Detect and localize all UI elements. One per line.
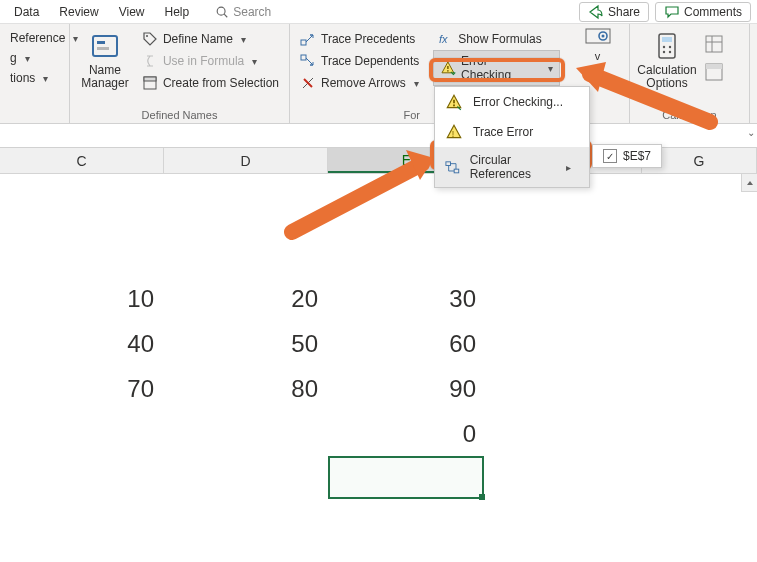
error-checking-item-icon [445, 93, 463, 111]
defined-names-group-label: Defined Names [76, 107, 283, 121]
error-checking-icon [440, 60, 456, 76]
svg-text:!: ! [452, 129, 455, 139]
trace-error-icon: ! [445, 123, 463, 141]
remove-arrows-button[interactable]: Remove Arrows▾ [296, 72, 423, 94]
svg-rect-30 [446, 162, 451, 166]
search-placeholder: Search [233, 5, 271, 19]
calc-now-icon[interactable] [704, 34, 724, 54]
svg-point-19 [669, 46, 671, 48]
ribbon: Reference▾ g▾ tions▾ Name Manager Define… [0, 24, 757, 124]
trace-dependents-button[interactable]: Trace Dependents [296, 50, 423, 72]
show-formulas-icon: fx [437, 31, 453, 47]
svg-point-21 [669, 51, 671, 53]
g-button[interactable]: g▾ [6, 48, 63, 68]
svg-rect-22 [706, 36, 722, 52]
menu-tab-bar: Data Review View Help Search Share Comme… [0, 0, 757, 24]
column-header-d[interactable]: D [164, 148, 328, 173]
cell-value[interactable]: 10 [0, 276, 164, 321]
error-checking-dropdown: Error Checking... ! Trace Error Circular… [434, 86, 590, 188]
svg-point-12 [447, 70, 449, 72]
trace-dependents-icon [300, 53, 316, 69]
cell-value[interactable]: 70 [0, 366, 164, 411]
svg-rect-4 [97, 47, 109, 50]
tab-view[interactable]: View [109, 2, 155, 22]
svg-rect-9 [301, 55, 306, 60]
calc-sheet-icon[interactable] [704, 62, 724, 82]
submenu-cell-ref[interactable]: $E$7 [623, 149, 651, 163]
search-icon [215, 5, 229, 19]
submenu-checkbox[interactable]: ✓ [603, 149, 617, 163]
chevron-right-icon: ▸ [566, 162, 571, 173]
cell-value[interactable]: 50 [164, 321, 328, 366]
cell-value[interactable]: 60 [328, 321, 486, 366]
create-from-selection-icon [142, 75, 158, 91]
svg-line-1 [224, 14, 227, 17]
svg-rect-31 [454, 169, 459, 173]
svg-point-5 [146, 35, 148, 37]
circular-refs-submenu: ✓ $E$7 [592, 144, 662, 168]
circular-references-menu-item[interactable]: Circular References ▸ [435, 147, 589, 187]
cell-value[interactable]: 20 [164, 276, 328, 321]
name-manager-icon [89, 30, 121, 62]
v-label: v [595, 50, 601, 62]
svg-text:fx: fx [439, 33, 448, 45]
cell-value[interactable]: 30 [328, 276, 486, 321]
tab-data[interactable]: Data [4, 2, 49, 22]
formula-bar-expand-icon[interactable]: ⌄ [747, 127, 755, 138]
cell-value[interactable]: 90 [328, 366, 486, 411]
cell-value[interactable]: 40 [0, 321, 164, 366]
svg-rect-17 [662, 37, 672, 42]
svg-rect-3 [97, 41, 105, 44]
active-cell-selection [328, 456, 484, 499]
svg-rect-2 [93, 36, 117, 56]
svg-point-15 [601, 35, 604, 38]
spreadsheet-grid[interactable]: 1020304050607080900 [0, 174, 757, 562]
use-in-formula-button: Use in Formula▾ [138, 50, 283, 72]
trace-precedents-button[interactable]: Trace Precedents [296, 28, 423, 50]
svg-rect-8 [301, 40, 306, 45]
tag-icon [142, 31, 158, 47]
svg-point-20 [663, 51, 665, 53]
svg-point-28 [453, 104, 455, 106]
error-checking-menu-item[interactable]: Error Checking... [435, 87, 589, 117]
comments-button[interactable]: Comments [655, 2, 751, 22]
trace-error-menu-item[interactable]: ! Trace Error [435, 117, 589, 147]
define-name-button[interactable]: Define Name▾ [138, 28, 283, 50]
calculator-icon [651, 30, 683, 62]
calculation-options-button[interactable]: Calculation Options [636, 28, 698, 107]
reference-button[interactable]: Reference▾ [6, 28, 63, 48]
tions-button[interactable]: tions▾ [6, 68, 63, 88]
search-box[interactable]: Search [215, 5, 271, 19]
cell-value[interactable]: 0 [328, 411, 486, 456]
svg-point-0 [217, 7, 225, 15]
circular-refs-icon [445, 158, 460, 176]
column-header-c[interactable]: C [0, 148, 164, 173]
create-from-selection-button[interactable]: Create from Selection [138, 72, 283, 94]
svg-rect-7 [144, 77, 156, 81]
cell-value[interactable]: 80 [164, 366, 328, 411]
error-checking-button[interactable]: Error Checking▾ [433, 50, 560, 86]
remove-arrows-icon [300, 75, 316, 91]
formula-icon [142, 53, 158, 69]
share-icon [588, 4, 604, 20]
trace-precedents-icon [300, 31, 316, 47]
svg-point-18 [663, 46, 665, 48]
calculation-group-label: Calculation [636, 107, 743, 121]
tab-review[interactable]: Review [49, 2, 108, 22]
comment-icon [664, 4, 680, 20]
share-button[interactable]: Share [579, 2, 649, 22]
show-formulas-button[interactable]: fx Show Formulas [433, 28, 560, 50]
svg-rect-26 [706, 64, 722, 69]
tab-help[interactable]: Help [155, 2, 200, 22]
watch-window-icon[interactable] [585, 28, 611, 46]
scroll-up-button[interactable] [741, 174, 757, 192]
name-manager-button[interactable]: Name Manager [76, 28, 134, 107]
